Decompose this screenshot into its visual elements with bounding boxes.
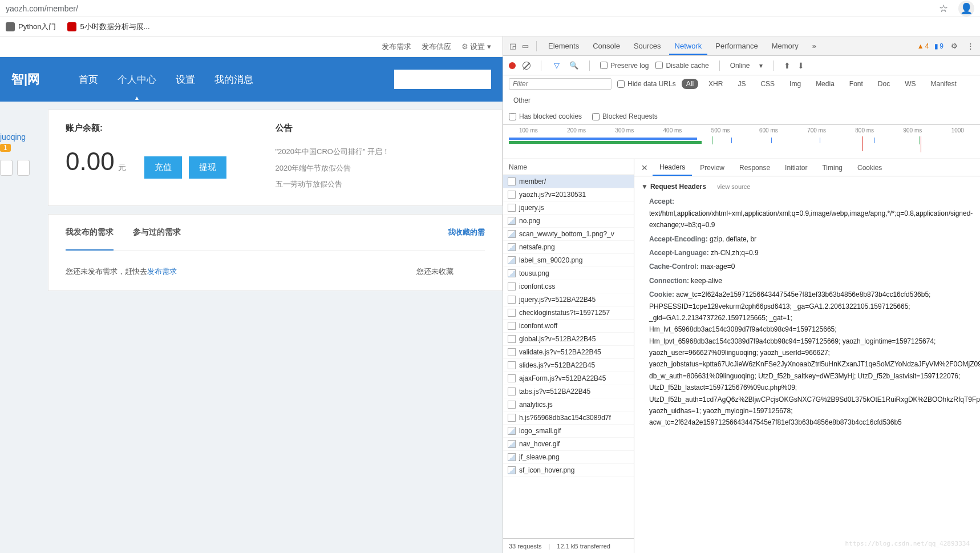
filter-media[interactable]: Media <box>811 79 839 89</box>
network-request-row[interactable]: jquery.js?v=512BA22B45 <box>503 293 634 306</box>
nav-search-input[interactable] <box>394 70 491 89</box>
network-request-row[interactable]: nav_hover.gif <box>503 438 634 451</box>
network-request-row[interactable]: slides.js?v=512BA22B45 <box>503 359 634 372</box>
filter-doc[interactable]: Doc <box>873 79 894 89</box>
publish-supply-link[interactable]: 发布供应 <box>422 42 451 52</box>
detail-tab-headers[interactable]: Headers <box>653 160 692 176</box>
download-icon[interactable]: ⬇ <box>797 61 804 70</box>
filter-manifest[interactable]: Manifest <box>926 79 961 89</box>
tab-my-published[interactable]: 我发布的需求 <box>66 215 114 250</box>
dt-tab-network[interactable]: Network <box>669 37 708 55</box>
network-timeline[interactable]: 100 ms 200 ms 300 ms 400 ms 500 ms 600 m… <box>503 125 980 159</box>
bookmark-python[interactable]: Python入门 <box>6 22 56 32</box>
network-request-row[interactable]: member/ <box>503 175 634 188</box>
tab-participated[interactable]: 参与过的需求 <box>133 215 181 250</box>
publish-demand-link[interactable]: 发布需求 <box>382 42 411 52</box>
network-request-row[interactable]: yaozh.js?v=20130531 <box>503 188 634 201</box>
bookmark-label: 5小时数据分析与展... <box>80 22 149 32</box>
network-request-row[interactable]: sf_icon_hover.png <box>503 464 634 477</box>
filter-font[interactable]: Font <box>845 79 868 89</box>
dt-tab-elements[interactable]: Elements <box>542 37 585 55</box>
url-text[interactable]: yaozh.com/member/ <box>6 4 939 13</box>
network-request-row[interactable]: label_sm_90020.png <box>503 254 634 267</box>
info-counter[interactable]: ▮9 <box>934 42 943 50</box>
throttle-select[interactable]: Online ▾ <box>730 62 763 70</box>
recharge-button[interactable]: 充值 <box>144 156 182 179</box>
device-icon[interactable] <box>0 160 13 176</box>
detail-tab-preview[interactable]: Preview <box>693 160 731 175</box>
announce-item[interactable]: "2020年中国CRO公司排行" 开启！ <box>276 144 485 160</box>
view-source-link[interactable]: view source <box>717 183 750 190</box>
hide-data-urls-checkbox[interactable]: Hide data URLs <box>617 80 676 88</box>
inspect-icon[interactable]: ◲ <box>508 41 518 51</box>
dt-tab-sources[interactable]: Sources <box>628 37 667 55</box>
announce-item[interactable]: 2020年端午节放假公告 <box>276 160 485 177</box>
publish-demand-link[interactable]: 发布需求 <box>147 267 177 276</box>
network-request-row[interactable]: analytics.js <box>503 398 634 411</box>
warning-counter[interactable]: ▲4 <box>917 42 929 50</box>
filter-img[interactable]: Img <box>785 79 805 89</box>
filter-js[interactable]: JS <box>733 79 750 89</box>
network-request-row[interactable]: h.js?65968db3ac154c3089d7f <box>503 411 634 425</box>
detail-tab-cookies[interactable]: Cookies <box>851 160 889 175</box>
dt-settings-icon[interactable]: ⚙ <box>949 41 959 51</box>
network-request-row[interactable]: tousu.png <box>503 267 634 280</box>
nav-settings[interactable]: 设置 <box>171 59 200 100</box>
disable-cache-checkbox[interactable]: Disable cache <box>655 62 708 70</box>
dt-tab-performance[interactable]: Performance <box>710 37 763 55</box>
detail-tab-timing[interactable]: Timing <box>815 160 849 175</box>
tab-favorites[interactable]: 我收藏的需 <box>448 215 485 250</box>
filter-xhr[interactable]: XHR <box>704 79 727 89</box>
request-headers-section[interactable]: ▼Request Headers view source <box>641 181 973 192</box>
network-request-row[interactable]: logo_small.gif <box>503 425 634 438</box>
clear-icon[interactable] <box>523 62 531 70</box>
nav-messages[interactable]: 我的消息 <box>210 59 258 100</box>
file-type-icon <box>508 414 516 422</box>
close-detail-icon[interactable]: ✕ <box>638 163 651 172</box>
detail-tab-initiator[interactable]: Initiator <box>778 160 814 175</box>
filter-all[interactable]: All <box>682 79 698 89</box>
record-icon[interactable] <box>509 62 516 69</box>
withdraw-button[interactable]: 提现 <box>189 156 226 179</box>
profile-avatar-icon[interactable]: 👤 <box>958 1 974 17</box>
network-request-row[interactable]: tabs.js?v=512BA22B45 <box>503 385 634 398</box>
dt-menu-icon[interactable]: ⋮ <box>965 41 975 51</box>
blocked-requests-checkbox[interactable]: Blocked Requests <box>592 112 658 120</box>
blocked-cookies-checkbox[interactable]: Has blocked cookies <box>509 112 582 120</box>
network-request-row[interactable]: global.js?v=512BA22B45 <box>503 333 634 346</box>
network-filter-input[interactable] <box>509 78 612 90</box>
network-request-row[interactable]: netsafe.png <box>503 241 634 254</box>
settings-link[interactable]: ⚙ 设置 ▾ <box>461 42 491 52</box>
preserve-log-checkbox[interactable]: Preserve log <box>600 62 649 70</box>
network-name-header[interactable]: Name <box>503 159 634 175</box>
upload-icon[interactable]: ⬆ <box>784 61 791 70</box>
file-type-icon <box>508 427 516 435</box>
network-request-row[interactable]: no.png <box>503 215 634 228</box>
bookmark-star-icon[interactable]: ☆ <box>939 2 948 15</box>
filter-icon[interactable]: ▽ <box>552 60 562 71</box>
filter-other[interactable]: Other <box>509 95 535 106</box>
bookmark-video[interactable]: 5小时数据分析与展... <box>67 22 149 32</box>
network-request-row[interactable]: validate.js?v=512BA22B45 <box>503 346 634 359</box>
network-request-row[interactable]: ajaxForm.js?v=512BA22B45 <box>503 372 634 385</box>
network-request-row[interactable]: iconfont.woff <box>503 320 634 333</box>
mobile-icon[interactable] <box>17 160 30 176</box>
detail-tab-response[interactable]: Response <box>732 160 777 175</box>
network-request-row[interactable]: jquery.js <box>503 201 634 215</box>
site-logo[interactable]: 智|网 <box>0 65 51 94</box>
dt-tab-more[interactable]: » <box>807 37 822 55</box>
nav-home[interactable]: 首页 <box>74 59 103 100</box>
network-request-row[interactable]: scan_wwwty_bottom_1.png?_v <box>503 228 634 241</box>
network-request-row[interactable]: jf_sleave.png <box>503 451 634 464</box>
filter-css[interactable]: CSS <box>756 79 779 89</box>
search-icon[interactable]: 🔍 <box>569 60 579 71</box>
network-request-row[interactable]: checkloginstatus?t=15971257 <box>503 306 634 320</box>
announce-item[interactable]: 五一劳动节放假公告 <box>276 176 485 193</box>
filter-ws[interactable]: WS <box>900 79 920 89</box>
network-request-row[interactable]: iconfont.css <box>503 280 634 293</box>
nav-personal-center[interactable]: 个人中心 <box>113 59 161 100</box>
device-toggle-icon[interactable]: ▭ <box>520 41 531 51</box>
dt-tab-console[interactable]: Console <box>587 37 626 55</box>
header-value: keep-alive <box>689 277 722 285</box>
dt-tab-memory[interactable]: Memory <box>766 37 804 55</box>
